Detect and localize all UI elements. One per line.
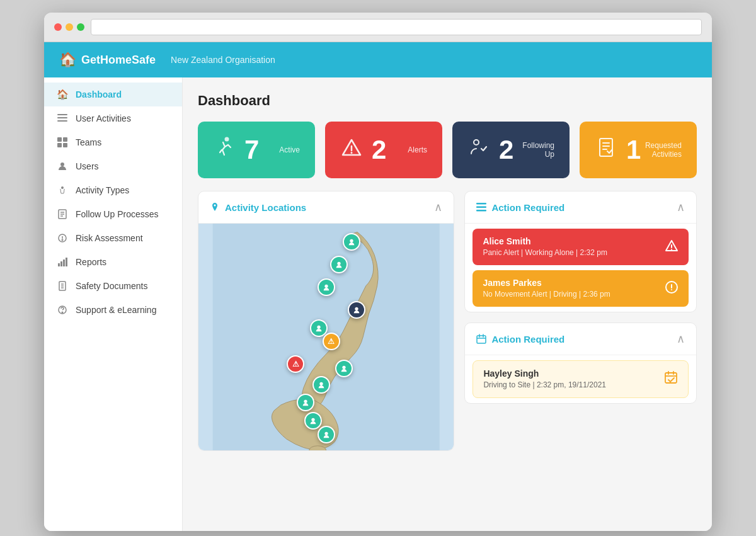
svg-rect-2 — [57, 120, 67, 122]
svg-rect-16 — [58, 263, 60, 266]
svg-rect-6 — [63, 143, 67, 147]
sidebar-label-user-activities: User Activities — [76, 113, 131, 123]
sidebar-item-safety-docs[interactable]: Safety Documents — [44, 274, 182, 298]
requested-detail-hayley: Driving to Site | 2:32 pm, 19/11/2021 — [483, 380, 606, 389]
sidebar-label-users: Users — [76, 161, 99, 171]
app-header: 🏠 GetHomeSafe New Zealand Organisation — [44, 42, 712, 77]
stat-number-alerts: 2 — [372, 137, 386, 163]
alert-badge-james — [665, 280, 679, 297]
map-collapse-button[interactable]: ∧ — [434, 200, 442, 214]
map-panel-title: Activity Locations — [210, 202, 306, 213]
requested-item-hayley[interactable]: Hayley Singh Driving to Site | 2:32 pm, … — [472, 360, 689, 398]
map-marker-6[interactable]: ⚠ — [323, 333, 340, 350]
map-marker-1[interactable] — [343, 233, 360, 251]
sidebar-item-users[interactable]: Users — [44, 154, 182, 178]
stat-card-requested[interactable]: 1 Requested Activities — [580, 122, 697, 178]
browser-bar — [44, 13, 712, 42]
svg-rect-1 — [57, 117, 67, 118]
stat-label-active: Active — [279, 145, 300, 154]
requested-collapse-button[interactable]: ∧ — [677, 332, 685, 346]
browser-dots — [54, 23, 84, 31]
stat-card-following-up[interactable]: 2 Following Up — [452, 122, 570, 178]
alert-info-james: James Parkes No Movement Alert | Driving… — [483, 278, 610, 299]
safety-docs-icon — [57, 280, 68, 292]
sidebar-item-follow-up[interactable]: Follow Up Processes — [44, 202, 182, 226]
right-panels: Action Required ∧ Alice Smith Panic Aler… — [464, 191, 697, 451]
map-marker-8[interactable] — [335, 360, 353, 377]
svg-rect-19 — [66, 258, 67, 266]
location-icon — [210, 202, 220, 212]
svg-rect-18 — [63, 259, 65, 266]
map-area: ⚠ ⚠ — [198, 224, 454, 450]
map-panel: Activity Locations ∧ — [198, 191, 454, 451]
calendar-icon — [476, 334, 486, 344]
sidebar-label-dashboard: Dashboard — [76, 89, 122, 100]
svg-point-29 — [474, 140, 479, 145]
map-marker-11[interactable] — [304, 412, 322, 430]
map-marker-5[interactable] — [310, 319, 328, 337]
stat-label-alerts: Alerts — [408, 145, 427, 154]
requested-panel: Action Required ∧ Hayley Singh Driving t… — [464, 322, 697, 404]
svg-point-38 — [324, 284, 328, 287]
map-panel-header: Activity Locations ∧ — [198, 191, 454, 224]
svg-point-44 — [312, 418, 315, 421]
svg-point-43 — [304, 400, 307, 403]
alert-item-james[interactable]: James Parkes No Movement Alert | Driving… — [472, 270, 689, 307]
svg-point-15 — [62, 239, 63, 241]
requested-name-hayley: Hayley Singh — [483, 368, 606, 379]
sidebar-item-risk-assessment[interactable]: Risk Assessment — [44, 226, 182, 250]
reports-icon — [57, 256, 68, 268]
action-required-icon — [476, 202, 486, 212]
dot-red — [54, 23, 62, 31]
svg-point-41 — [342, 366, 345, 369]
teams-icon — [57, 137, 68, 148]
sidebar-item-support[interactable]: Support & eLearning — [44, 298, 182, 322]
svg-point-39 — [355, 307, 358, 310]
stat-left-requested: 1 — [595, 136, 641, 164]
map-marker-7[interactable]: ⚠ — [287, 355, 304, 373]
sidebar-item-reports[interactable]: Reports — [44, 250, 182, 274]
support-icon — [57, 304, 68, 316]
stat-number-active: 7 — [244, 137, 259, 163]
alert-info-alice: Alice Smith Panic Alert | Working Alone … — [483, 236, 607, 258]
requested-panel-header: Action Required ∧ — [465, 323, 696, 355]
alerts-collapse-button[interactable]: ∧ — [677, 200, 685, 214]
sidebar-item-user-activities[interactable]: User Activities — [44, 106, 182, 130]
sidebar-label-support: Support & eLearning — [76, 305, 156, 315]
stat-left-following-up: 2 — [467, 136, 513, 164]
sidebar-label-risk-assessment: Risk Assessment — [76, 233, 143, 243]
alerts-panel-title: Action Required — [476, 202, 564, 213]
url-bar[interactable] — [91, 19, 702, 35]
svg-point-8 — [61, 186, 64, 189]
dashboard-icon: 🏠 — [57, 89, 68, 100]
sidebar-item-teams[interactable]: Teams — [44, 130, 182, 154]
alert-item-alice[interactable]: Alice Smith Panic Alert | Working Alone … — [472, 229, 689, 265]
sidebar-item-activity-types[interactable]: Activity Types — [44, 178, 182, 202]
alert-icon — [340, 136, 363, 164]
sidebar-label-teams: Teams — [76, 137, 101, 147]
svg-rect-17 — [60, 261, 62, 266]
map-marker-4[interactable] — [348, 301, 365, 319]
app-body: 🏠 Dashboard User Activities Teams User — [44, 77, 712, 531]
stats-row: 7 Active 2 — [198, 122, 697, 178]
svg-point-26 — [225, 137, 229, 142]
sidebar-item-dashboard[interactable]: 🏠 Dashboard — [44, 83, 182, 106]
sidebar-label-reports: Reports — [76, 257, 106, 267]
map-marker-10[interactable] — [297, 394, 314, 411]
svg-point-50 — [671, 249, 672, 250]
sidebar-label-follow-up: Follow Up Processes — [76, 209, 159, 219]
dot-yellow — [66, 23, 73, 31]
requested-badge-hayley — [664, 371, 678, 388]
logo-text: GetHomeSafe — [81, 54, 156, 67]
map-marker-9[interactable] — [312, 376, 330, 394]
risk-assessment-icon — [57, 232, 68, 244]
map-marker-12[interactable] — [318, 426, 335, 443]
stat-card-active[interactable]: 7 Active — [198, 122, 315, 178]
running-icon — [213, 136, 236, 164]
stat-left-active: 7 — [213, 136, 259, 164]
svg-rect-54 — [477, 336, 486, 343]
stat-card-alerts[interactable]: 2 Alerts — [325, 122, 442, 178]
map-marker-3[interactable] — [318, 278, 335, 296]
map-marker-2[interactable] — [330, 256, 348, 273]
stat-number-requested: 1 — [626, 137, 641, 163]
